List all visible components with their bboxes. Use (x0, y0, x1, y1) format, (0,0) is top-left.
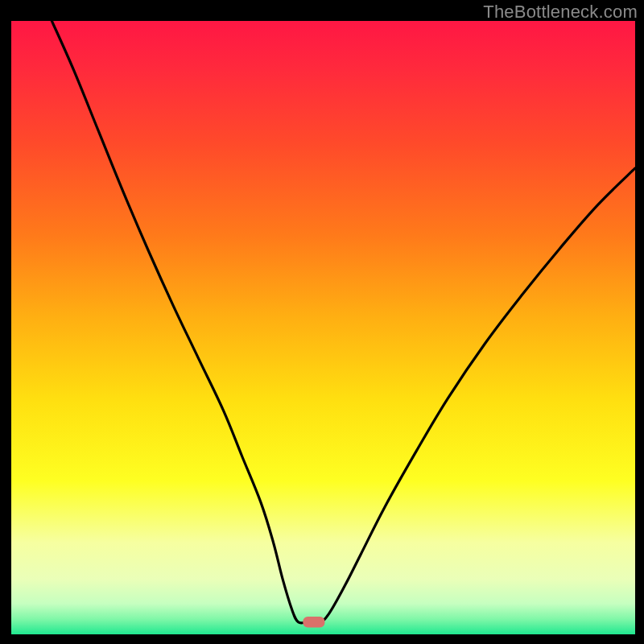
bottleneck-marker (303, 617, 324, 628)
chart-background (11, 21, 635, 634)
bottleneck-chart (11, 21, 635, 634)
chart-frame (11, 21, 635, 634)
watermark-text: TheBottleneck.com (483, 2, 638, 23)
